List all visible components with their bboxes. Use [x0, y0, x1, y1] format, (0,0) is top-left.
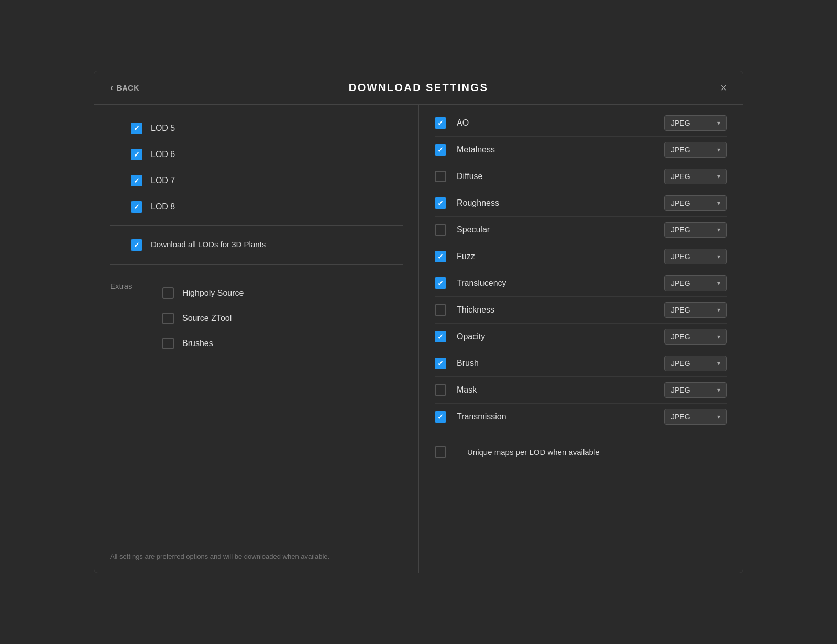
unique-maps-checkbox[interactable]	[435, 446, 446, 458]
fuzz-format-select[interactable]: JPEG ▾	[664, 249, 727, 264]
lod8-label: LOD 8	[151, 202, 175, 212]
unique-maps-row: Unique maps per LOD when available	[435, 436, 727, 463]
transmission-checkbox[interactable]	[435, 411, 446, 423]
specular-format-value: JPEG	[671, 226, 690, 234]
map-row: Brush JPEG ▾	[435, 350, 727, 377]
lod7-checkbox[interactable]	[131, 175, 142, 186]
translucency-format-value: JPEG	[671, 279, 690, 287]
close-button[interactable]: ×	[720, 82, 727, 94]
translucency-checkbox[interactable]	[435, 277, 446, 289]
lod5-label: LOD 5	[151, 124, 175, 133]
highpoly-checkbox[interactable]	[162, 287, 174, 299]
mask-format-select[interactable]: JPEG ▾	[664, 382, 727, 398]
divider	[110, 367, 403, 367]
page-title: DOWNLOAD SETTINGS	[349, 82, 488, 94]
ao-format-select[interactable]: JPEG ▾	[664, 115, 727, 131]
map-row: Translucency JPEG ▾	[435, 270, 727, 297]
opacity-label: Opacity	[457, 332, 664, 341]
roughness-label: Roughness	[457, 198, 664, 208]
back-label: BACK	[117, 84, 139, 92]
lod-item: LOD 8	[131, 194, 403, 220]
lod5-checkbox[interactable]	[131, 123, 142, 134]
notice-text: All settings are preferred options and w…	[110, 541, 403, 562]
metalness-format-select[interactable]: JPEG ▾	[664, 142, 727, 158]
thickness-format-select[interactable]: JPEG ▾	[664, 302, 727, 318]
mask-format-value: JPEG	[671, 386, 690, 394]
extras-item: Brushes	[162, 331, 244, 356]
chevron-down-icon: ▾	[717, 333, 720, 340]
brush-format-value: JPEG	[671, 359, 690, 368]
opacity-checkbox[interactable]	[435, 331, 446, 342]
lod-list: LOD 5 LOD 6 LOD 7 LOD 8	[110, 115, 403, 220]
highpoly-label: Highpoly Source	[182, 288, 244, 298]
lod-item: LOD 6	[131, 141, 403, 168]
download-all-checkbox[interactable]	[131, 239, 142, 251]
content-area: LOD 5 LOD 6 LOD 7 LOD 8 Downlo	[94, 105, 743, 573]
brush-checkbox[interactable]	[435, 358, 446, 369]
fuzz-checkbox[interactable]	[435, 251, 446, 262]
chevron-down-icon: ▾	[717, 226, 720, 234]
brush-format-select[interactable]: JPEG ▾	[664, 356, 727, 371]
thickness-checkbox[interactable]	[435, 304, 446, 316]
chevron-down-icon: ▾	[717, 173, 720, 180]
chevron-down-icon: ▾	[717, 146, 720, 153]
extras-row: Extras Highpoly Source Source ZTool	[110, 275, 403, 361]
modal-header: ‹ BACK DOWNLOAD SETTINGS ×	[94, 71, 743, 105]
thickness-label: Thickness	[457, 305, 664, 315]
roughness-format-value: JPEG	[671, 199, 690, 207]
roughness-checkbox[interactable]	[435, 197, 446, 209]
unique-maps-label: Unique maps per LOD when available	[467, 448, 600, 457]
map-row: Mask JPEG ▾	[435, 377, 727, 404]
metalness-checkbox[interactable]	[435, 144, 446, 156]
brush-label: Brush	[457, 359, 664, 368]
brushes-checkbox[interactable]	[162, 338, 174, 349]
chevron-down-icon: ▾	[717, 253, 720, 260]
lod8-checkbox[interactable]	[131, 201, 142, 213]
extras-section: Extras Highpoly Source Source ZTool	[110, 275, 403, 361]
brushes-label: Brushes	[182, 339, 213, 348]
chevron-down-icon: ▾	[717, 360, 720, 367]
lod6-checkbox[interactable]	[131, 149, 142, 160]
chevron-down-icon: ▾	[717, 306, 720, 314]
lod7-label: LOD 7	[151, 176, 175, 185]
diffuse-checkbox[interactable]	[435, 171, 446, 182]
map-row: AO JPEG ▾	[435, 110, 727, 137]
mask-label: Mask	[457, 385, 664, 395]
close-icon: ×	[720, 81, 727, 94]
specular-format-select[interactable]: JPEG ▾	[664, 222, 727, 238]
lod-item: LOD 7	[131, 168, 403, 194]
opacity-format-value: JPEG	[671, 332, 690, 341]
chevron-down-icon: ▾	[717, 199, 720, 207]
roughness-format-select[interactable]: JPEG ▾	[664, 195, 727, 211]
divider	[110, 264, 403, 265]
specular-checkbox[interactable]	[435, 224, 446, 236]
download-all-section: Download all LODs for 3D Plants	[110, 231, 403, 259]
ao-label: AO	[457, 118, 664, 128]
diffuse-format-select[interactable]: JPEG ▾	[664, 169, 727, 184]
ao-checkbox[interactable]	[435, 117, 446, 129]
opacity-format-select[interactable]: JPEG ▾	[664, 329, 727, 345]
extras-item: Source ZTool	[162, 306, 244, 331]
translucency-format-select[interactable]: JPEG ▾	[664, 275, 727, 291]
map-row: Metalness JPEG ▾	[435, 137, 727, 163]
ztool-checkbox[interactable]	[162, 313, 174, 324]
mask-checkbox[interactable]	[435, 384, 446, 396]
transmission-format-select[interactable]: JPEG ▾	[664, 409, 727, 425]
extras-item: Highpoly Source	[162, 281, 244, 306]
right-panel: AO JPEG ▾ Metalness JPEG ▾ Diffuse JPEG	[419, 105, 743, 573]
lod6-label: LOD 6	[151, 150, 175, 159]
diffuse-label: Diffuse	[457, 172, 664, 181]
fuzz-label: Fuzz	[457, 252, 664, 261]
diffuse-format-value: JPEG	[671, 172, 690, 181]
metalness-label: Metalness	[457, 145, 664, 154]
back-arrow-icon: ‹	[110, 82, 114, 93]
fuzz-format-value: JPEG	[671, 252, 690, 261]
back-button[interactable]: ‹ BACK	[110, 82, 139, 93]
extras-items: Highpoly Source Source ZTool Brushes	[162, 281, 244, 356]
download-all-label: Download all LODs for 3D Plants	[151, 239, 266, 250]
divider	[110, 225, 403, 226]
map-row: Opacity JPEG ▾	[435, 324, 727, 350]
transmission-format-value: JPEG	[671, 413, 690, 421]
map-row: Transmission JPEG ▾	[435, 404, 727, 430]
ztool-label: Source ZTool	[182, 314, 232, 323]
